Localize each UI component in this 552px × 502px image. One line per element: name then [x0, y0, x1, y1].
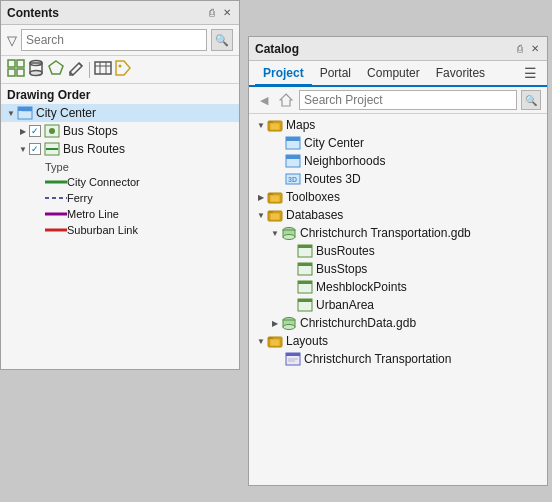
tree-item-toolboxes[interactable]: ▶ Toolboxes: [249, 188, 547, 206]
svg-rect-38: [270, 213, 280, 220]
svg-rect-47: [298, 281, 312, 284]
layer-icon-stops: [44, 123, 60, 139]
svg-rect-34: [268, 193, 273, 195]
cdgdb-label: ChristchurchData.gdb: [300, 316, 416, 330]
tree-item-urban-fc[interactable]: ▶ UrbanArea: [249, 296, 547, 314]
tree-item-bus-stops[interactable]: ▶ Bus Stops: [1, 122, 239, 140]
metro-line-icon: [45, 209, 67, 219]
tree-item-ct-layout[interactable]: ▶ Christchurch Transportation: [249, 350, 547, 368]
toolboxes-label: Toolboxes: [286, 190, 340, 204]
expand-maps[interactable]: ▼: [255, 119, 267, 131]
maps-label: Maps: [286, 118, 315, 132]
routes-3d-label: Routes 3D: [304, 172, 361, 186]
svg-rect-25: [268, 121, 273, 123]
catalog-close-button[interactable]: ✕: [529, 43, 541, 54]
tree-item-city-center[interactable]: ▼ City Center: [1, 104, 239, 122]
legend-ferry: Ferry: [1, 190, 239, 206]
databases-folder-icon: [267, 207, 283, 223]
svg-rect-1: [17, 60, 24, 67]
tree-item-meshblock-fc[interactable]: ▶ MeshblockPoints: [249, 278, 547, 296]
cylinder-icon[interactable]: [27, 59, 45, 80]
expand-bus-stops[interactable]: ▶: [17, 125, 29, 137]
catalog-pin-button[interactable]: ⎙: [515, 43, 525, 54]
meshblock-fc-label: MeshblockPoints: [316, 280, 407, 294]
bus-stops-checkbox[interactable]: [29, 125, 41, 137]
svg-rect-37: [268, 211, 273, 213]
tree-item-routes-3d[interactable]: ▶ 3D Routes 3D: [249, 170, 547, 188]
catalog-search-button[interactable]: 🔍: [521, 90, 541, 110]
map-item-icon-cc: [285, 135, 301, 151]
contents-toolbar: [1, 56, 239, 84]
search-input[interactable]: [21, 29, 207, 51]
feature-class-icon-bs: [297, 261, 313, 277]
svg-rect-30: [286, 155, 300, 159]
catalog-menu-button[interactable]: ☰: [520, 65, 541, 81]
home-button[interactable]: [277, 91, 295, 109]
catalog-header-controls: ⎙ ✕: [515, 43, 541, 54]
ct-layout-label: Christchurch Transportation: [304, 352, 451, 366]
search-button[interactable]: 🔍: [211, 29, 233, 51]
ctgdb-label: Christchurch Transportation.gdb: [300, 226, 471, 240]
svg-rect-26: [270, 123, 280, 130]
suburban-link-icon: [45, 225, 67, 235]
grid-icon[interactable]: [7, 59, 25, 80]
tree-item-busstops-fc[interactable]: ▶ BusStops: [249, 260, 547, 278]
tag-icon[interactable]: [114, 59, 132, 80]
expand-bus-routes[interactable]: ▼: [17, 143, 29, 155]
polygon-icon[interactable]: [47, 59, 65, 80]
tab-computer[interactable]: Computer: [359, 62, 428, 84]
svg-rect-49: [298, 299, 312, 302]
tab-favorites[interactable]: Favorites: [428, 62, 493, 84]
filter-icon[interactable]: ▽: [7, 33, 17, 48]
city-center-label: City Center: [36, 106, 96, 120]
tab-portal[interactable]: Portal: [312, 62, 359, 84]
tree-item-ctgdb[interactable]: ▼ Christchurch Transportation.gdb: [249, 224, 547, 242]
tree-item-catalog-city-center[interactable]: ▶ City Center: [249, 134, 547, 152]
metro-line-label: Metro Line: [67, 208, 119, 220]
catalog-search-input[interactable]: [299, 90, 517, 110]
svg-point-52: [283, 325, 295, 330]
map-item-icon-nbhd: [285, 153, 301, 169]
legend-metro-line: Metro Line: [1, 206, 239, 222]
expand-city-center[interactable]: ▼: [5, 107, 17, 119]
urban-fc-label: UrbanArea: [316, 298, 374, 312]
toolboxes-folder-icon: [267, 189, 283, 205]
table-icon[interactable]: [94, 59, 112, 80]
expand-layouts[interactable]: ▼: [255, 335, 267, 347]
bus-routes-label: Bus Routes: [63, 142, 125, 156]
drawing-order-label: Drawing Order: [1, 84, 239, 104]
svg-rect-54: [268, 337, 273, 339]
svg-rect-43: [298, 245, 312, 248]
tree-item-maps[interactable]: ▼ Maps: [249, 116, 547, 134]
geodatabase-icon-2: [281, 315, 297, 331]
svg-point-6: [30, 71, 42, 76]
catalog-nav-row: ◀ 🔍: [249, 87, 547, 114]
pin-button[interactable]: ⎙: [207, 7, 217, 18]
contents-title: Contents: [7, 6, 59, 20]
contents-panel: Contents ⎙ ✕ ▽ 🔍: [0, 0, 240, 370]
neighborhoods-label: Neighborhoods: [304, 154, 385, 168]
pencil-icon[interactable]: [67, 59, 85, 80]
expand-ctgdb[interactable]: ▼: [269, 227, 281, 239]
expand-toolboxes[interactable]: ▶: [255, 191, 267, 203]
expand-databases[interactable]: ▼: [255, 209, 267, 221]
tree-item-layouts[interactable]: ▼ Layouts: [249, 332, 547, 350]
back-button[interactable]: ◀: [255, 91, 273, 109]
bus-routes-checkbox[interactable]: [29, 143, 41, 155]
svg-rect-0: [8, 60, 15, 67]
tree-item-neighborhoods[interactable]: ▶ Neighborhoods: [249, 152, 547, 170]
layouts-label: Layouts: [286, 334, 328, 348]
contents-header: Contents ⎙ ✕: [1, 1, 239, 25]
expand-cdgdb[interactable]: ▶: [269, 317, 281, 329]
svg-rect-45: [298, 263, 312, 266]
close-button[interactable]: ✕: [221, 7, 233, 18]
suburban-link-label: Suburban Link: [67, 224, 138, 236]
tree-item-cdgdb[interactable]: ▶ ChristchurchData.gdb: [249, 314, 547, 332]
tree-item-busroutes-fc[interactable]: ▶ BusRoutes: [249, 242, 547, 260]
ferry-line-icon: [45, 193, 67, 203]
tree-item-databases[interactable]: ▼ Databases: [249, 206, 547, 224]
catalog-header: Catalog ⎙ ✕: [249, 37, 547, 61]
tree-item-bus-routes[interactable]: ▼ Bus Routes: [1, 140, 239, 158]
geodatabase-icon: [281, 225, 297, 241]
tab-project[interactable]: Project: [255, 62, 312, 86]
